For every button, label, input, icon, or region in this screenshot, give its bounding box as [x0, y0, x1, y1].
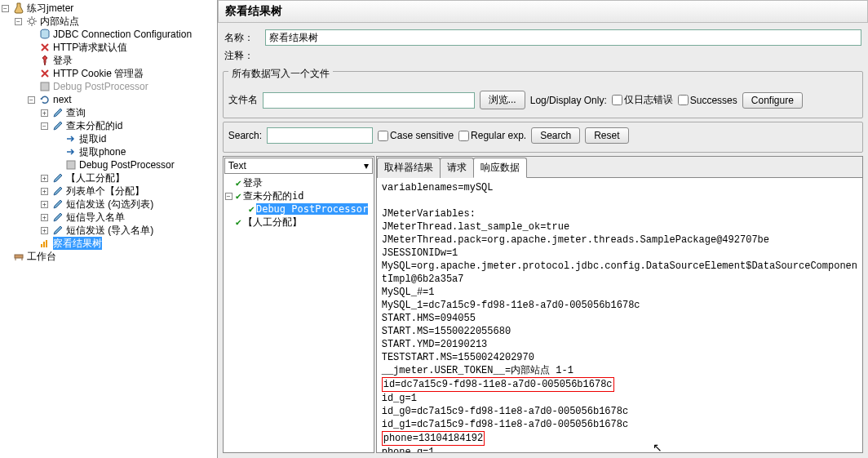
tree-node[interactable]: +短信发送 (导入名单) [2, 224, 215, 237]
name-label: 名称： [224, 31, 260, 45]
tree-label: 查未分配的id [66, 119, 122, 132]
response-line: MySQL_#=1 [382, 286, 857, 299]
tree-label: 查询 [66, 106, 86, 119]
tree-node[interactable]: −练习jmeter [2, 2, 215, 15]
file-section-title: 所有数据写入一个文件 [228, 67, 333, 81]
svg-rect-3 [67, 161, 75, 169]
expander-icon[interactable]: + [41, 214, 48, 221]
errors-only-checkbox[interactable]: 仅日志错误 [612, 93, 673, 107]
response-line: phone=13104184192 [382, 431, 857, 446]
pen-icon [51, 185, 64, 197]
comment-label: 注释： [224, 49, 260, 63]
expander-icon[interactable]: + [41, 188, 48, 195]
regex-checkbox[interactable]: Regular exp. [458, 130, 526, 141]
renderer-combo[interactable]: Text ▾ [224, 158, 373, 174]
tree-label: 工作台 [27, 250, 56, 263]
tree-label: 察看结果树 [53, 237, 102, 250]
pen-icon [51, 198, 64, 210]
tree-node[interactable]: HTTP请求默认值 [2, 41, 215, 54]
x-icon [38, 42, 51, 53]
search-button[interactable]: Search [531, 127, 580, 144]
db-icon [38, 29, 51, 40]
response-line: __jmeter.USER_TOKEN__=内部站点 1-1 [382, 364, 857, 377]
gear-icon [25, 16, 38, 27]
tree-label: next [53, 93, 72, 106]
configure-button[interactable]: Configure [742, 92, 803, 109]
response-line: MySQL=org.apache.jmeter.protocol.jdbc.co… [382, 260, 857, 286]
renderer-value: Text [228, 160, 246, 171]
tree-node[interactable]: +短信导入名单 [2, 211, 215, 224]
expander-icon[interactable]: − [2, 5, 9, 12]
pen-icon [51, 225, 64, 236]
expander-icon[interactable]: + [41, 175, 48, 182]
expander-icon[interactable]: + [41, 227, 48, 234]
expander-icon[interactable]: + [41, 109, 48, 117]
tree-node[interactable]: +短信发送 (勾选列表) [2, 198, 215, 211]
logdisplay-label: Log/Display Only: [530, 95, 607, 106]
tab-request[interactable]: 请求 [440, 158, 474, 178]
pen-icon [51, 120, 64, 131]
bench-icon [12, 251, 25, 262]
svg-rect-4 [41, 244, 42, 247]
tree-node[interactable]: 登录 [2, 54, 215, 67]
browse-button[interactable]: 浏览... [480, 91, 525, 109]
greysq-icon [64, 159, 78, 171]
test-plan-tree[interactable]: −练习jmeter−内部站点JDBC Connection Configurat… [0, 0, 218, 458]
tree-label: 提取phone [79, 145, 126, 158]
response-line: JMeterThread.last_sample_ok=true [382, 220, 857, 233]
response-line: MySQL_1=dc7a15c9-fd98-11e8-a7d0-005056b1… [382, 299, 857, 312]
chart-icon [38, 238, 51, 249]
success-icon: ✔ [236, 190, 241, 202]
tree-node[interactable]: −next [2, 93, 215, 106]
expander-icon[interactable]: − [28, 96, 35, 104]
tree-node[interactable]: 提取id [2, 132, 215, 145]
pen-icon [51, 211, 64, 223]
tree-node[interactable]: HTTP Cookie 管理器 [2, 67, 215, 80]
result-tree-node[interactable]: ✔Debug PostProcessor [225, 202, 372, 216]
result-tree[interactable]: ✔登录−✔查未分配的id✔Debug PostProcessor✔【人工分配】 [224, 175, 374, 452]
result-label: 登录 [243, 176, 263, 190]
tree-node[interactable]: −查未分配的id [2, 119, 215, 132]
arrow-icon [64, 146, 78, 158]
result-tree-node[interactable]: −✔查未分配的id [225, 189, 372, 202]
search-input[interactable] [267, 127, 373, 144]
response-line: id_g1=dc7a15c9-fd98-11e8-a7d0-005056b167… [382, 418, 857, 431]
tree-node[interactable]: +列表单个【分配】 [2, 185, 215, 198]
response-data-pane[interactable]: variablenames=mySQL JMeterVariables:JMet… [377, 178, 862, 452]
case-sensitive-checkbox[interactable]: Case sensitive [378, 130, 454, 141]
filename-input[interactable] [263, 92, 475, 109]
result-label: 查未分配的id [243, 189, 303, 203]
name-input[interactable] [265, 29, 861, 46]
result-tree-node[interactable]: ✔登录 [225, 176, 372, 189]
response-line: TESTSTART.MS=1550024202970 [382, 351, 857, 364]
expander-icon[interactable]: − [225, 193, 232, 200]
reset-button[interactable]: Reset [585, 127, 628, 144]
pen-icon [51, 172, 64, 184]
result-tree-node[interactable]: ✔【人工分配】 [225, 216, 372, 229]
tree-node[interactable]: 察看结果树 [2, 237, 215, 250]
tree-node[interactable]: +查询 [2, 106, 215, 119]
response-line: JMeterVariables: [382, 207, 857, 220]
tab-sampler-result[interactable]: 取样器结果 [377, 158, 441, 178]
tree-node[interactable]: −内部站点 [2, 15, 215, 28]
svg-rect-6 [46, 240, 47, 247]
tab-response-data[interactable]: 响应数据 [473, 158, 527, 178]
response-line: id_g0=dc7a15c9-fd98-11e8-a7d0-005056b167… [382, 405, 857, 418]
tree-node[interactable]: Debug PostProcessor [2, 158, 215, 171]
expander-icon[interactable]: + [41, 201, 48, 208]
result-label: Debug PostProcessor [256, 203, 368, 215]
greysq-icon [38, 81, 51, 92]
expander-icon[interactable]: − [41, 122, 48, 130]
response-line: phone_g=1 [382, 446, 857, 452]
tree-node[interactable]: Debug PostProcessor [2, 80, 215, 93]
response-line: START.YMD=20190213 [382, 338, 857, 351]
tree-node[interactable]: 工作台 [2, 250, 215, 263]
tree-node[interactable]: JDBC Connection Configuration [2, 28, 215, 41]
tree-node[interactable]: 提取phone [2, 145, 215, 158]
expander-icon[interactable]: − [15, 18, 22, 25]
x-icon [38, 68, 51, 79]
tree-node[interactable]: +【人工分配】 [2, 171, 215, 185]
tree-label: 练习jmeter [27, 2, 73, 15]
response-line: JMeterThread.pack=org.apache.jmeter.thre… [382, 233, 857, 247]
successes-checkbox[interactable]: Successes [678, 95, 737, 106]
